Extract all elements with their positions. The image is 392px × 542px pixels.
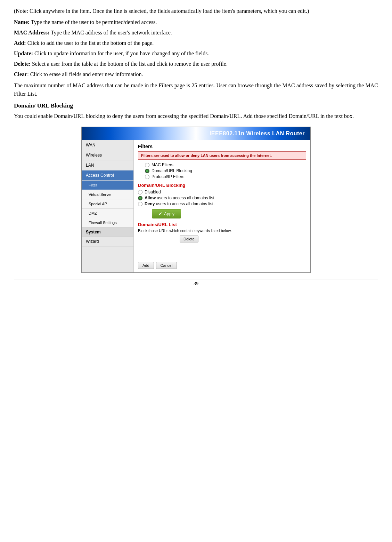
sidebar-item-access-control[interactable]: Access Control	[82, 170, 133, 181]
sidebar-item-wireless[interactable]: Wireless	[82, 150, 133, 160]
protocol-ip-radio-group[interactable]: Protocol/IP Filters	[145, 174, 306, 179]
protocol-ip-filters-radio[interactable]	[145, 175, 149, 179]
sidebar-item-wan[interactable]: WAN	[82, 140, 133, 150]
allow-radio-group[interactable]: Allow users to access all domains list.	[138, 196, 306, 200]
router-body: WAN Wireless LAN Access Control Filter V…	[82, 140, 310, 272]
note-text: (Note: Click anywhere in the item. Once …	[14, 7, 378, 15]
add-desc: Add: Click to add the user to the list a…	[14, 39, 378, 47]
domain-url-blocking-section-title: Domain/URL Blocking	[138, 183, 306, 188]
delete-desc: Delete: Select a user from the table at …	[14, 60, 378, 68]
mac-filters-radio-group[interactable]: MAC Filters	[145, 162, 306, 167]
disabled-label: Disabled	[145, 190, 161, 194]
name-desc: Name: Type the name of the user to be pe…	[14, 18, 378, 26]
domains-list-area: Delete	[138, 235, 306, 259]
alert-bar: Filters are used to allow or deny LAN us…	[138, 151, 306, 160]
protocol-ip-filters-label: Protocol/IP Filters	[152, 174, 184, 179]
panel-title: Filters	[138, 144, 306, 149]
router-screenshot: IEEE802.11n Wireless LAN Router WAN Wire…	[81, 127, 311, 273]
sidebar-item-filter[interactable]: Filter	[82, 181, 133, 190]
sidebar-item-dmz[interactable]: DMZ	[82, 209, 133, 218]
max-mac-text: The maximum number of MAC address that c…	[14, 81, 378, 98]
domain-url-radio-group[interactable]: Domain/URL Blocking	[145, 168, 306, 173]
clear-desc: Clear: Click to erase all fields and ent…	[14, 70, 378, 79]
mac-filters-label: MAC Filters	[152, 162, 173, 167]
domains-url-list-title: Domains/URL List	[138, 222, 306, 227]
sidebar-item-special-ap[interactable]: Special AP	[82, 199, 133, 209]
sidebar-item-virtual-server[interactable]: Virtual Server	[82, 190, 133, 199]
mac-filters-radio[interactable]	[145, 163, 149, 167]
add-cancel-row: Add Cancel	[138, 262, 306, 269]
update-desc: Update: Click to update information for …	[14, 49, 378, 58]
allow-label: Allow users to access all domains list.	[145, 196, 215, 200]
delete-button[interactable]: Delete	[180, 236, 198, 242]
domains-url-list-section: Domains/URL List Block those URLs which …	[138, 222, 306, 269]
deny-radio-group[interactable]: Deny users to access all domains list.	[138, 201, 306, 206]
page-number: 39	[14, 279, 378, 287]
sidebar: WAN Wireless LAN Access Control Filter V…	[82, 140, 134, 272]
deny-label: Deny users to access all domains list.	[145, 201, 214, 206]
url-textarea[interactable]	[138, 235, 176, 259]
apply-checkmark-icon: ✔	[158, 211, 162, 216]
domain-url-heading: Domain/ URL Blocking	[14, 102, 378, 109]
sidebar-item-wizard[interactable]: Wizard	[82, 237, 133, 247]
sidebar-section-system: System	[82, 228, 133, 237]
deny-radio[interactable]	[138, 202, 142, 206]
sidebar-item-lan[interactable]: LAN	[82, 160, 133, 170]
add-button[interactable]: Add	[138, 262, 154, 269]
apply-button[interactable]: ✔ Apply	[152, 209, 181, 218]
disabled-radio[interactable]	[138, 190, 142, 194]
disabled-radio-group[interactable]: Disabled	[138, 190, 306, 194]
main-content-area: Filters Filters are used to allow or den…	[134, 140, 310, 272]
cancel-button[interactable]: Cancel	[156, 262, 177, 269]
domain-url-blocking-radio[interactable]	[145, 169, 149, 173]
sidebar-item-firewall-settings[interactable]: Firewall Settings	[82, 218, 133, 228]
router-header: IEEE802.11n Wireless LAN Router	[82, 127, 310, 140]
domain-url-blocking-label: Domain/URL Blocking	[152, 168, 192, 173]
mac-desc: MAC Address: Type the MAC address of the…	[14, 29, 378, 37]
domain-url-desc: You could enable Domain/URL blocking to …	[14, 112, 378, 120]
allow-radio[interactable]	[138, 196, 142, 200]
domains-desc: Block those URLs which contain keywords …	[138, 229, 306, 233]
